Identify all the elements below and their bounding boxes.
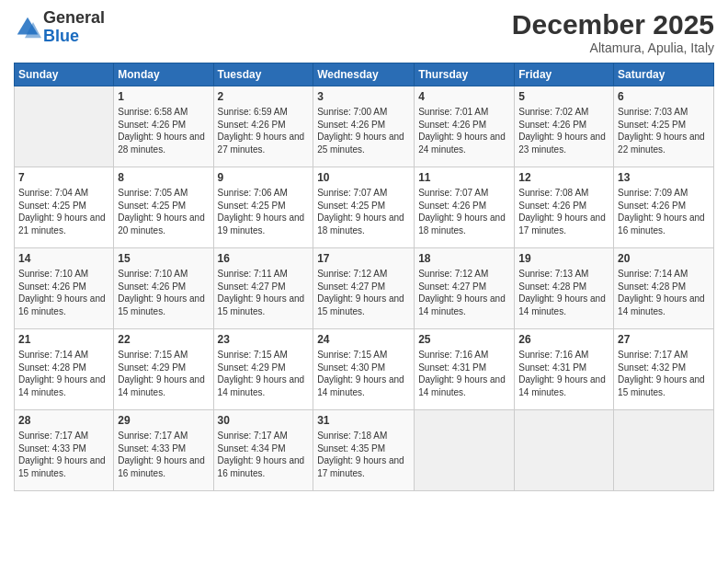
day-number: 17 xyxy=(317,251,410,266)
day-number: 28 xyxy=(18,413,109,428)
cell-content: Sunrise: 7:12 AMSunset: 4:27 PMDaylight:… xyxy=(418,268,510,317)
header-thursday: Thursday xyxy=(415,63,515,86)
cell-content: Sunrise: 7:05 AMSunset: 4:25 PMDaylight:… xyxy=(118,187,209,236)
cell-content: Sunrise: 7:17 AMSunset: 4:33 PMDaylight:… xyxy=(18,430,109,479)
day-number: 13 xyxy=(618,170,710,185)
calendar-cell: 26Sunrise: 7:16 AMSunset: 4:31 PMDayligh… xyxy=(515,329,614,410)
day-number: 16 xyxy=(218,251,310,266)
calendar-table: Sunday Monday Tuesday Wednesday Thursday… xyxy=(14,63,714,491)
calendar-cell: 11Sunrise: 7:07 AMSunset: 4:26 PMDayligh… xyxy=(415,167,515,248)
day-number: 22 xyxy=(118,332,209,347)
calendar-body: 1Sunrise: 6:58 AMSunset: 4:26 PMDaylight… xyxy=(15,86,714,491)
calendar-cell: 22Sunrise: 7:15 AMSunset: 4:29 PMDayligh… xyxy=(114,329,213,410)
cell-content: Sunrise: 7:15 AMSunset: 4:30 PMDaylight:… xyxy=(317,349,410,398)
day-number: 26 xyxy=(518,332,609,347)
cell-content: Sunrise: 7:17 AMSunset: 4:34 PMDaylight:… xyxy=(218,430,310,479)
cell-content: Sunrise: 6:58 AMSunset: 4:26 PMDaylight:… xyxy=(118,106,209,155)
calendar-header: Sunday Monday Tuesday Wednesday Thursday… xyxy=(15,63,714,86)
logo-general: General xyxy=(43,9,105,28)
calendar-cell: 27Sunrise: 7:17 AMSunset: 4:32 PMDayligh… xyxy=(614,329,714,410)
calendar-cell: 20Sunrise: 7:14 AMSunset: 4:28 PMDayligh… xyxy=(614,248,714,329)
calendar-cell: 24Sunrise: 7:15 AMSunset: 4:30 PMDayligh… xyxy=(313,329,415,410)
day-number: 30 xyxy=(218,413,310,428)
cell-content: Sunrise: 7:07 AMSunset: 4:25 PMDaylight:… xyxy=(317,187,410,236)
cell-content: Sunrise: 7:15 AMSunset: 4:29 PMDaylight:… xyxy=(218,349,310,398)
logo-blue: Blue xyxy=(43,28,105,46)
calendar-cell: 14Sunrise: 7:10 AMSunset: 4:26 PMDayligh… xyxy=(15,248,114,329)
day-number: 25 xyxy=(418,332,510,347)
cell-content: Sunrise: 7:16 AMSunset: 4:31 PMDaylight:… xyxy=(418,349,510,398)
cell-content: Sunrise: 6:59 AMSunset: 4:26 PMDaylight:… xyxy=(218,106,310,155)
calendar-cell: 10Sunrise: 7:07 AMSunset: 4:25 PMDayligh… xyxy=(313,167,415,248)
cell-content: Sunrise: 7:08 AMSunset: 4:26 PMDaylight:… xyxy=(518,187,609,236)
calendar-cell: 8Sunrise: 7:05 AMSunset: 4:25 PMDaylight… xyxy=(114,167,213,248)
cell-content: Sunrise: 7:01 AMSunset: 4:26 PMDaylight:… xyxy=(418,106,510,155)
calendar-cell: 18Sunrise: 7:12 AMSunset: 4:27 PMDayligh… xyxy=(415,248,515,329)
calendar-cell: 12Sunrise: 7:08 AMSunset: 4:26 PMDayligh… xyxy=(515,167,614,248)
day-number: 1 xyxy=(118,89,209,104)
day-number: 4 xyxy=(418,89,510,104)
calendar-cell: 6Sunrise: 7:03 AMSunset: 4:25 PMDaylight… xyxy=(614,86,714,167)
cell-content: Sunrise: 7:06 AMSunset: 4:25 PMDaylight:… xyxy=(218,187,310,236)
cell-content: Sunrise: 7:13 AMSunset: 4:28 PMDaylight:… xyxy=(518,268,609,317)
cell-content: Sunrise: 7:17 AMSunset: 4:32 PMDaylight:… xyxy=(618,349,710,398)
calendar-cell xyxy=(614,410,714,491)
calendar-cell: 28Sunrise: 7:17 AMSunset: 4:33 PMDayligh… xyxy=(15,410,114,491)
day-number: 29 xyxy=(118,413,209,428)
calendar-cell xyxy=(415,410,515,491)
cell-content: Sunrise: 7:11 AMSunset: 4:27 PMDaylight:… xyxy=(218,268,310,317)
logo-icon xyxy=(14,14,41,41)
cell-content: Sunrise: 7:15 AMSunset: 4:29 PMDaylight:… xyxy=(118,349,209,398)
calendar-cell: 31Sunrise: 7:18 AMSunset: 4:35 PMDayligh… xyxy=(313,410,415,491)
cell-content: Sunrise: 7:00 AMSunset: 4:26 PMDaylight:… xyxy=(317,106,410,155)
calendar-cell xyxy=(15,86,114,167)
calendar-week-0: 1Sunrise: 6:58 AMSunset: 4:26 PMDaylight… xyxy=(15,86,714,167)
cell-content: Sunrise: 7:16 AMSunset: 4:31 PMDaylight:… xyxy=(518,349,609,398)
cell-content: Sunrise: 7:18 AMSunset: 4:35 PMDaylight:… xyxy=(317,430,410,479)
calendar-cell: 25Sunrise: 7:16 AMSunset: 4:31 PMDayligh… xyxy=(415,329,515,410)
header-monday: Monday xyxy=(114,63,213,86)
day-number: 19 xyxy=(518,251,609,266)
calendar-cell xyxy=(515,410,614,491)
calendar-week-3: 21Sunrise: 7:14 AMSunset: 4:28 PMDayligh… xyxy=(15,329,714,410)
calendar-cell: 21Sunrise: 7:14 AMSunset: 4:28 PMDayligh… xyxy=(15,329,114,410)
day-number: 21 xyxy=(18,332,109,347)
calendar-cell: 1Sunrise: 6:58 AMSunset: 4:26 PMDaylight… xyxy=(114,86,213,167)
header-saturday: Saturday xyxy=(614,63,714,86)
cell-content: Sunrise: 7:10 AMSunset: 4:26 PMDaylight:… xyxy=(118,268,209,317)
day-number: 27 xyxy=(618,332,710,347)
cell-content: Sunrise: 7:17 AMSunset: 4:33 PMDaylight:… xyxy=(118,430,209,479)
calendar-cell: 5Sunrise: 7:02 AMSunset: 4:26 PMDaylight… xyxy=(515,86,614,167)
cell-content: Sunrise: 7:03 AMSunset: 4:25 PMDaylight:… xyxy=(618,106,710,155)
day-number: 18 xyxy=(418,251,510,266)
cell-content: Sunrise: 7:09 AMSunset: 4:26 PMDaylight:… xyxy=(618,187,710,236)
cell-content: Sunrise: 7:14 AMSunset: 4:28 PMDaylight:… xyxy=(18,349,109,398)
cell-content: Sunrise: 7:12 AMSunset: 4:27 PMDaylight:… xyxy=(317,268,410,317)
cell-content: Sunrise: 7:14 AMSunset: 4:28 PMDaylight:… xyxy=(618,268,710,317)
day-number: 10 xyxy=(317,170,410,185)
page: General Blue December 2025 Altamura, Apu… xyxy=(0,0,728,563)
header: General Blue December 2025 Altamura, Apu… xyxy=(14,9,714,55)
day-number: 3 xyxy=(317,89,410,104)
day-number: 31 xyxy=(317,413,410,428)
calendar-week-2: 14Sunrise: 7:10 AMSunset: 4:26 PMDayligh… xyxy=(15,248,714,329)
day-number: 7 xyxy=(18,170,109,185)
day-number: 14 xyxy=(18,251,109,266)
title-block: December 2025 Altamura, Apulia, Italy xyxy=(512,9,714,55)
cell-content: Sunrise: 7:07 AMSunset: 4:26 PMDaylight:… xyxy=(418,187,510,236)
calendar-cell: 29Sunrise: 7:17 AMSunset: 4:33 PMDayligh… xyxy=(114,410,213,491)
cell-content: Sunrise: 7:04 AMSunset: 4:25 PMDaylight:… xyxy=(18,187,109,236)
day-number: 12 xyxy=(518,170,609,185)
calendar-cell: 30Sunrise: 7:17 AMSunset: 4:34 PMDayligh… xyxy=(213,410,313,491)
day-number: 23 xyxy=(218,332,310,347)
header-row: Sunday Monday Tuesday Wednesday Thursday… xyxy=(15,63,714,86)
cell-content: Sunrise: 7:10 AMSunset: 4:26 PMDaylight:… xyxy=(18,268,109,317)
calendar-cell: 19Sunrise: 7:13 AMSunset: 4:28 PMDayligh… xyxy=(515,248,614,329)
calendar-week-4: 28Sunrise: 7:17 AMSunset: 4:33 PMDayligh… xyxy=(15,410,714,491)
calendar-cell: 2Sunrise: 6:59 AMSunset: 4:26 PMDaylight… xyxy=(213,86,313,167)
calendar-cell: 13Sunrise: 7:09 AMSunset: 4:26 PMDayligh… xyxy=(614,167,714,248)
day-number: 24 xyxy=(317,332,410,347)
day-number: 11 xyxy=(418,170,510,185)
calendar-cell: 17Sunrise: 7:12 AMSunset: 4:27 PMDayligh… xyxy=(313,248,415,329)
logo-text: General Blue xyxy=(43,9,105,46)
